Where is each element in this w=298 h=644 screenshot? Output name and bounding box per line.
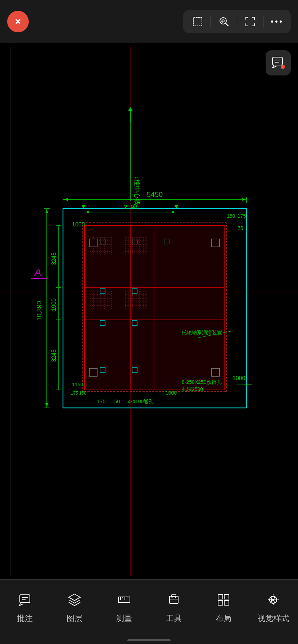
view-style-icon	[266, 593, 280, 610]
svg-rect-139	[20, 595, 30, 603]
svg-text:3245: 3245	[51, 252, 57, 265]
svg-text:3245: 3245	[51, 349, 57, 362]
divider-1	[211, 16, 211, 27]
nav-item-view-style[interactable]: 视觉样式	[248, 593, 298, 624]
svg-text:8-250X250预留孔: 8-250X250预留孔	[182, 379, 222, 385]
fit-button[interactable]	[242, 14, 258, 29]
measure-icon	[117, 593, 131, 610]
svg-rect-0	[193, 17, 202, 26]
svg-text:5450: 5450	[147, 190, 163, 198]
svg-point-6	[275, 20, 277, 23]
layers-icon	[67, 593, 82, 610]
home-indicator	[127, 639, 171, 641]
layout-icon	[216, 593, 231, 610]
nav-item-layout[interactable]: 布局	[199, 593, 248, 624]
svg-text:!: !	[283, 66, 284, 69]
svg-text:4-ø100通孔: 4-ø100通孔	[128, 399, 154, 404]
nav-item-measure[interactable]: 测量	[99, 593, 149, 624]
layers-label: 图层	[67, 613, 82, 624]
svg-text:150: 150	[227, 213, 235, 219]
cad-canvas[interactable]: ↓柱中心线	[0, 43, 298, 579]
svg-rect-84	[212, 239, 220, 247]
svg-point-5	[271, 20, 273, 23]
svg-text:托轮轴系润滑装置: 托轮轴系润滑装置	[181, 330, 222, 335]
more-button[interactable]	[268, 14, 284, 29]
top-toolbar: ×	[0, 0, 298, 43]
toolbar-right-group	[183, 10, 291, 33]
svg-text:10,390: 10,390	[36, 301, 43, 321]
svg-text:2598: 2598	[124, 204, 137, 211]
measure-label: 测量	[116, 613, 132, 624]
svg-point-7	[280, 20, 282, 23]
tools-icon	[167, 593, 181, 610]
view-style-label: 视觉样式	[257, 613, 289, 624]
svg-point-2	[222, 20, 224, 22]
svg-text:150: 150	[112, 399, 120, 404]
chat-button[interactable]: !	[266, 50, 291, 75]
svg-rect-86	[212, 368, 220, 376]
svg-rect-8	[272, 57, 283, 65]
svg-rect-153	[218, 594, 223, 599]
svg-rect-156	[224, 601, 229, 605]
zoom-button[interactable]	[216, 14, 232, 29]
svg-text:1000: 1000	[232, 375, 245, 381]
svg-text:175: 175	[97, 399, 106, 404]
svg-text:175: 175	[238, 213, 246, 219]
svg-marker-142	[69, 594, 80, 601]
svg-text:1000: 1000	[166, 390, 177, 396]
svg-text:1000: 1000	[72, 221, 85, 227]
svg-point-160	[272, 599, 274, 601]
svg-rect-85	[89, 368, 97, 376]
svg-rect-143	[118, 597, 130, 603]
svg-text:孔深2500: 孔深2500	[182, 386, 203, 392]
nav-item-tools[interactable]: 工具	[149, 593, 199, 624]
svg-rect-83	[89, 239, 97, 247]
bottom-nav: 批注 图层 测量	[0, 579, 298, 644]
annotation-icon	[18, 593, 32, 610]
divider-3	[263, 16, 263, 27]
svg-rect-155	[218, 601, 223, 605]
close-icon: ×	[15, 16, 21, 27]
nav-item-layers[interactable]: 图层	[50, 593, 99, 624]
svg-text:150: 150	[79, 391, 86, 396]
annotation-label: 批注	[17, 613, 33, 624]
tools-label: 工具	[166, 613, 182, 624]
svg-point-152	[175, 597, 176, 598]
svg-text:175: 175	[71, 391, 78, 396]
svg-text:1900: 1900	[51, 298, 57, 311]
close-button[interactable]: ×	[7, 11, 29, 32]
layout-label: 布局	[216, 613, 231, 624]
svg-line-3	[226, 23, 228, 26]
svg-text:A: A	[33, 266, 41, 278]
svg-point-151	[172, 597, 173, 598]
nav-item-annotation[interactable]: 批注	[0, 593, 50, 624]
svg-text:↓柱中心线: ↓柱中心线	[134, 176, 141, 205]
divider-2	[237, 16, 237, 27]
svg-text:75: 75	[238, 225, 243, 231]
svg-rect-154	[224, 594, 229, 599]
svg-text:1150: 1150	[72, 382, 83, 387]
select-tool-button[interactable]	[190, 14, 206, 29]
